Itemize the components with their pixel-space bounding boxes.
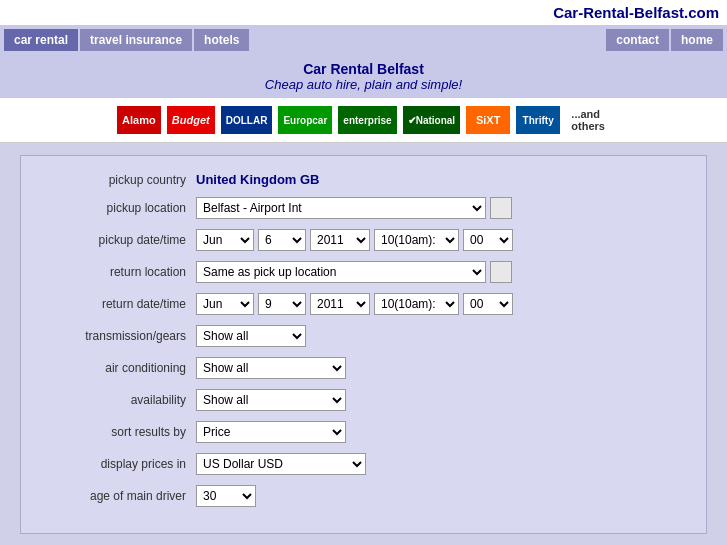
return-location-row: return location Same as pick up location (41, 261, 686, 283)
sort-row: sort results by Price (41, 421, 686, 443)
logo-thrifty: Thrifty (516, 106, 560, 134)
site-title-bar: Car-Rental-Belfast.com (0, 0, 727, 25)
pickup-country-label: pickup country (41, 173, 196, 187)
logo-alamo: Alamo (117, 106, 161, 134)
display-prices-label: display prices in (41, 457, 196, 471)
sort-select[interactable]: Price (196, 421, 346, 443)
availability-row: availability Show all (41, 389, 686, 411)
pickup-location-row: pickup location Belfast - Airport Int (41, 197, 686, 219)
site-title: Car-Rental-Belfast.com (553, 4, 719, 21)
return-year-select[interactable]: 2011 (310, 293, 370, 315)
logo-budget: Budget (167, 106, 215, 134)
nav-car-rental[interactable]: car rental (4, 29, 78, 51)
pickup-year-select[interactable]: 2011 (310, 229, 370, 251)
logo-sixt: SiXT (466, 106, 510, 134)
logo-others: ...andothers (566, 106, 610, 134)
age-row: age of main driver 30 (41, 485, 686, 507)
pickup-country-row: pickup country United Kingdom GB (41, 172, 686, 187)
return-location-info-button[interactable] (490, 261, 512, 283)
return-datetime-row: return date/time Jun 9 2011 10(10am): 00 (41, 293, 686, 315)
nav-bar: car rental travel insurance hotels conta… (0, 25, 727, 55)
return-min-select[interactable]: 00 (463, 293, 513, 315)
air-conditioning-row: air conditioning Show all (41, 357, 686, 379)
pickup-day-select[interactable]: 6 (258, 229, 306, 251)
nav-contact[interactable]: contact (606, 29, 669, 51)
pickup-min-select[interactable]: 00 (463, 229, 513, 251)
logo-dollar: DOLLAR (221, 106, 273, 134)
logo-national: ✔National (403, 106, 460, 134)
return-day-select[interactable]: 9 (258, 293, 306, 315)
pickup-location-label: pickup location (41, 201, 196, 215)
pickup-datetime-label: pickup date/time (41, 233, 196, 247)
currency-select[interactable]: US Dollar USD (196, 453, 366, 475)
site-header: Car Rental Belfast Cheap auto hire, plai… (0, 55, 727, 98)
availability-label: availability (41, 393, 196, 407)
availability-control: Show all (196, 389, 686, 411)
availability-select[interactable]: Show all (196, 389, 346, 411)
nav-hotels[interactable]: hotels (194, 29, 249, 51)
return-location-select[interactable]: Same as pick up location (196, 261, 486, 283)
transmission-select[interactable]: Show all (196, 325, 306, 347)
sort-control: Price (196, 421, 686, 443)
return-location-label: return location (41, 265, 196, 279)
return-location-control: Same as pick up location (196, 261, 686, 283)
age-control: 30 (196, 485, 686, 507)
air-conditioning-control: Show all (196, 357, 686, 379)
header-subtitle: Cheap auto hire, plain and simple! (0, 77, 727, 92)
pickup-country-value: United Kingdom GB (196, 172, 320, 187)
pickup-location-control: Belfast - Airport Int (196, 197, 686, 219)
return-datetime-label: return date/time (41, 297, 196, 311)
search-form: pickup country United Kingdom GB pickup … (20, 155, 707, 534)
age-select[interactable]: 30 (196, 485, 256, 507)
logo-europcar: Europcar (278, 106, 332, 134)
return-datetime-control: Jun 9 2011 10(10am): 00 (196, 293, 686, 315)
pickup-hour-select[interactable]: 10(10am): (374, 229, 459, 251)
transmission-row: transmission/gears Show all (41, 325, 686, 347)
display-prices-control: US Dollar USD (196, 453, 686, 475)
pickup-location-info-button[interactable] (490, 197, 512, 219)
age-label: age of main driver (41, 489, 196, 503)
transmission-label: transmission/gears (41, 329, 196, 343)
return-hour-select[interactable]: 10(10am): (374, 293, 459, 315)
nav-travel-insurance[interactable]: travel insurance (80, 29, 192, 51)
air-conditioning-select[interactable]: Show all (196, 357, 346, 379)
nav-home[interactable]: home (671, 29, 723, 51)
air-conditioning-label: air conditioning (41, 361, 196, 375)
pickup-datetime-control: Jun 6 2011 10(10am): 00 (196, 229, 686, 251)
transmission-control: Show all (196, 325, 686, 347)
return-month-select[interactable]: Jun (196, 293, 254, 315)
pickup-country-control: United Kingdom GB (196, 172, 686, 187)
header-title: Car Rental Belfast (0, 61, 727, 77)
pickup-month-select[interactable]: Jun (196, 229, 254, 251)
logo-enterprise: enterprise (338, 106, 396, 134)
pickup-location-select[interactable]: Belfast - Airport Int (196, 197, 486, 219)
pickup-datetime-row: pickup date/time Jun 6 2011 10(10am): 00 (41, 229, 686, 251)
sort-label: sort results by (41, 425, 196, 439)
logo-bar: Alamo Budget DOLLAR Europcar enterprise … (0, 98, 727, 143)
display-prices-row: display prices in US Dollar USD (41, 453, 686, 475)
main-content: pickup country United Kingdom GB pickup … (0, 143, 727, 545)
